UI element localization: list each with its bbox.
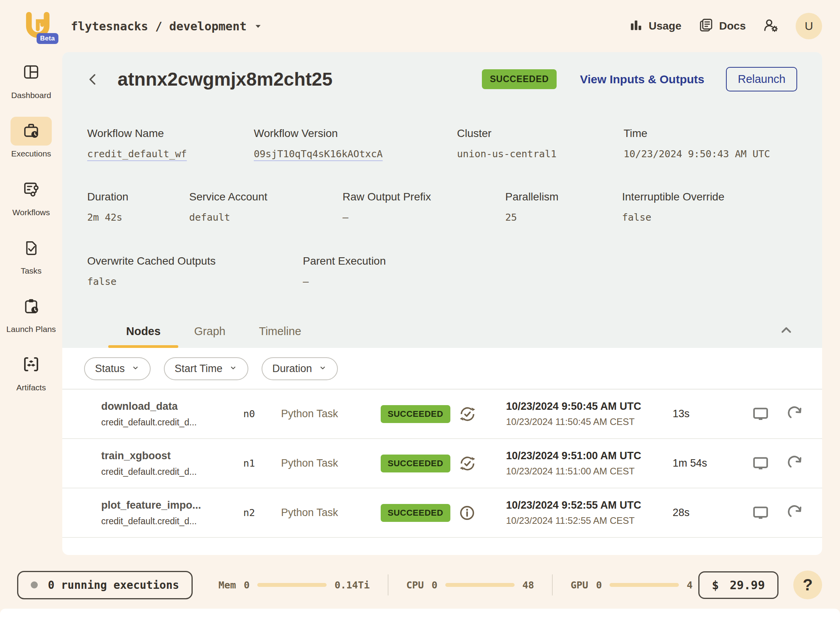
node-start-local: 10/23/2024 11:51:00 AM CEST [506, 466, 673, 477]
node-status-badge: SUCCEEDED [381, 405, 450, 423]
topbar-actions: Usage Docs [629, 13, 822, 39]
collapse-panel-button[interactable] [778, 322, 794, 348]
meta-parent-execution: Parent Execution – [303, 255, 386, 287]
sidebar-label-dashboard: Dashboard [11, 90, 51, 100]
meta-cluster: Cluster union-us-central1 [457, 127, 624, 160]
meta-workflow-name: Workflow Name credit_default_wf [87, 127, 254, 160]
sidebar-item-dashboard[interactable]: Dashboard [0, 58, 62, 100]
cpu-max: 48 [522, 579, 534, 591]
cost-button[interactable]: $ 29.99 [698, 571, 778, 599]
node-task-path: credit_default.credit_d... [101, 417, 243, 428]
meta-row-2: Duration 2m 42s Service Account default … [87, 191, 797, 223]
usage-label: Usage [648, 20, 681, 32]
node-duration: 28s [673, 507, 690, 518]
sidebar-item-launch-plans[interactable]: Launch Plans [0, 292, 62, 334]
node-task-path: credit_default.credit_d... [101, 516, 243, 527]
node-type: Python Task [281, 457, 338, 469]
cpu-current: 0 [432, 579, 438, 591]
running-executions-pill[interactable]: 0 running executions [17, 571, 193, 599]
chevron-down-icon [254, 19, 262, 33]
gpu-current: 0 [596, 579, 602, 591]
workflow-name-link[interactable]: credit_default_wf [87, 148, 254, 160]
avatar[interactable]: U [796, 13, 822, 39]
node-row-plot-feature-importance: plot_feature_impo... credit_default.cred… [62, 488, 822, 538]
view-inputs-outputs-link[interactable]: View Inputs & Outputs [580, 73, 704, 86]
meta-raw-output-prefix: Raw Output Prefix – [343, 191, 505, 223]
tab-timeline[interactable]: Timeline [259, 325, 301, 348]
node-name-link[interactable]: train_xgboost [101, 450, 243, 462]
gpu-bar [610, 583, 679, 587]
meta-row-3: Overwrite Cached Outputs false Parent Ex… [87, 255, 797, 287]
meta-service-account: Service Account default [189, 191, 343, 223]
divider [388, 574, 388, 595]
meta-parallelism: Parallelism 25 [505, 191, 622, 223]
cpu-bar [445, 583, 515, 587]
logs-monitor-icon[interactable] [752, 406, 769, 423]
resource-statusbar: 0 running executions Mem 0 0.14Ti CPU 0 … [17, 571, 822, 599]
sidebar-label-workflows: Workflows [12, 207, 50, 218]
sidebar-label-tasks: Tasks [21, 266, 42, 276]
sidebar-item-artifacts[interactable]: Artifacts [0, 351, 62, 393]
person-gear-icon [763, 18, 778, 35]
relaunch-node-icon[interactable] [787, 504, 804, 521]
sidebar-item-workflows[interactable]: Workflows [0, 176, 62, 218]
meta-duration: Duration 2m 42s [87, 191, 189, 223]
node-type: Python Task [281, 408, 338, 420]
tab-nodes[interactable]: Nodes [126, 325, 161, 348]
running-executions-label: 0 running executions [48, 579, 179, 592]
filter-status[interactable]: Status [84, 357, 151, 380]
dashboard-icon [23, 63, 40, 82]
filter-start-time[interactable]: Start Time [164, 357, 248, 380]
breadcrumb-label: flytesnacks / development [71, 19, 247, 33]
filter-duration[interactable]: Duration [262, 357, 338, 380]
node-status-badge: SUCCEEDED [381, 504, 450, 522]
node-start-local: 10/23/2024 11:50:45 AM CEST [506, 416, 673, 427]
node-start-utc: 10/23/2024 9:52:55 AM UTC [506, 499, 673, 511]
usage-button[interactable]: Usage [629, 18, 681, 34]
mem-label: Mem [218, 579, 236, 591]
cache-status-icon[interactable] [459, 455, 476, 472]
sidebar: Dashboard Executions Workflows [0, 58, 62, 393]
mem-current: 0 [244, 579, 250, 591]
execution-header-section: atnnx2cwgmjx8m2cht25 SUCCEEDED View Inpu… [62, 52, 822, 348]
info-icon[interactable] [459, 504, 476, 521]
node-row-train-xgboost: train_xgboost credit_default.credit_d...… [62, 439, 822, 488]
avatar-letter: U [805, 19, 813, 33]
gpu-meter: GPU 0 4 [571, 579, 692, 591]
node-name-link[interactable]: download_data [101, 400, 243, 413]
logs-monitor-icon[interactable] [752, 455, 769, 472]
node-type: Python Task [281, 507, 338, 518]
union-logo[interactable]: Beta [23, 10, 53, 42]
relaunch-node-icon[interactable] [787, 455, 804, 472]
beta-badge: Beta [37, 33, 58, 44]
node-id: n2 [243, 507, 255, 518]
logs-monitor-icon[interactable] [752, 504, 769, 521]
status-dot [31, 581, 38, 588]
tab-graph[interactable]: Graph [194, 325, 226, 348]
sidebar-label-executions: Executions [11, 149, 51, 159]
divider [552, 574, 553, 595]
sidebar-label-artifacts: Artifacts [16, 383, 46, 393]
workflow-version-link[interactable]: 09sjT10qTq4sK16kAOtxcA [254, 148, 457, 160]
meta-row-1: Workflow Name credit_default_wf Workflow… [87, 127, 797, 160]
execution-status-badge: SUCCEEDED [482, 69, 557, 89]
meta-interruptible-override: Interruptible Override false [622, 191, 724, 223]
chevron-up-icon [778, 322, 794, 339]
user-settings-button[interactable] [763, 18, 778, 35]
bar-chart-icon [629, 18, 643, 34]
node-name-link[interactable]: plot_feature_impo... [101, 499, 243, 511]
relaunch-node-icon[interactable] [787, 406, 804, 423]
sidebar-item-executions[interactable]: Executions [0, 117, 62, 159]
back-button[interactable] [87, 71, 104, 88]
node-duration: 1m 54s [673, 457, 707, 469]
sidebar-item-tasks[interactable]: Tasks [0, 234, 62, 276]
help-button[interactable]: ? [793, 571, 822, 599]
node-id: n1 [243, 458, 255, 469]
node-start-utc: 10/23/2024 9:50:45 AM UTC [506, 400, 673, 413]
docs-button[interactable]: Docs [699, 18, 746, 35]
cache-status-icon[interactable] [459, 405, 476, 423]
dollar-icon: $ [712, 578, 719, 592]
mem-bar [257, 583, 327, 587]
relaunch-button[interactable]: Relaunch [726, 67, 797, 91]
project-domain-selector[interactable]: flytesnacks / development [71, 19, 262, 33]
